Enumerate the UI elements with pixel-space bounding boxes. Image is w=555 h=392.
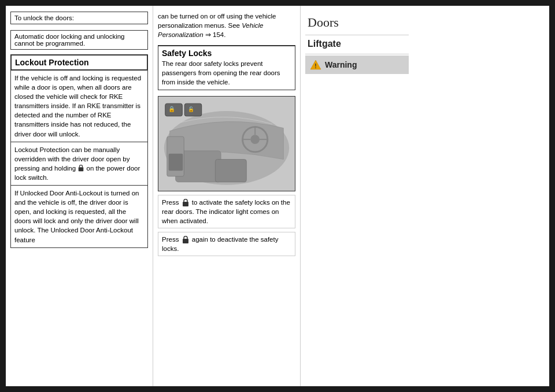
warning-triangle-icon: ! bbox=[310, 59, 321, 71]
unlock-text: To unlock the doors: bbox=[14, 14, 74, 21]
lockout-title: Lockout Protection bbox=[15, 58, 89, 67]
svg-rect-15 bbox=[215, 159, 246, 182]
left-column: To unlock the doors: Automatic door lock… bbox=[6, 6, 153, 386]
car-interior-svg: 🔒 🔓 bbox=[158, 97, 295, 191]
content-area: To unlock the doors: Automatic door lock… bbox=[6, 6, 549, 386]
svg-rect-16 bbox=[183, 202, 188, 206]
auto-lock-box: Automatic door locking and unlocking can… bbox=[10, 30, 148, 50]
safety-locks-title: Safety Locks bbox=[162, 49, 291, 58]
lock-icon bbox=[77, 165, 84, 172]
svg-text:🔓: 🔓 bbox=[188, 106, 195, 113]
svg-rect-0 bbox=[79, 167, 84, 171]
lockout-main-text: If the vehicle is off and locking is req… bbox=[14, 75, 141, 138]
auto-lock-text: Automatic door locking and unlocking can… bbox=[14, 33, 125, 47]
lock-activate-icon bbox=[182, 199, 189, 207]
doors-header: Doors bbox=[305, 12, 409, 35]
doors-title: Doors bbox=[308, 15, 339, 29]
safety-locks-box: Safety Locks The rear door safety locks … bbox=[158, 45, 295, 90]
mid-column: can be turned on or off using the vehicl… bbox=[153, 6, 301, 386]
press-activate-box: Press to activate the safety locks on th… bbox=[158, 195, 295, 228]
mid-top-text: can be turned on or off using the vehicl… bbox=[158, 12, 295, 39]
warning-box: ! Warning bbox=[305, 56, 409, 74]
svg-text:🔒: 🔒 bbox=[168, 105, 176, 113]
safety-locks-text: The rear door safety locks prevent passe… bbox=[162, 59, 291, 87]
car-image: 🔒 🔓 bbox=[158, 97, 295, 191]
lockout-anti-text: If Unlocked Door Anti-Lockout is turned … bbox=[14, 190, 139, 243]
lock-deactivate-icon bbox=[182, 236, 189, 244]
svg-point-7 bbox=[250, 135, 260, 144]
lockout-override-text: Lockout Protection can be manually overr… bbox=[14, 146, 140, 181]
car-image-box: 🔒 🔓 bbox=[158, 96, 295, 191]
lockout-main-text-box: If the vehicle is off and locking is req… bbox=[10, 71, 148, 142]
svg-rect-5 bbox=[169, 153, 183, 170]
right-column: Doors Liftgate ! Warning bbox=[301, 6, 413, 386]
lockout-anti-box: If Unlocked Door Anti-Lockout is turned … bbox=[10, 186, 148, 248]
liftgate-header: Liftgate bbox=[305, 35, 409, 54]
svg-text:!: ! bbox=[314, 63, 316, 69]
lockout-title-box: Lockout Protection bbox=[10, 54, 148, 71]
warning-label: Warning bbox=[325, 60, 357, 69]
liftgate-title: Liftgate bbox=[308, 39, 341, 49]
svg-rect-17 bbox=[183, 239, 188, 243]
page-container: To unlock the doors: Automatic door lock… bbox=[0, 0, 555, 392]
unlock-box: To unlock the doors: bbox=[10, 12, 148, 24]
press-deactivate-box: Press again to deactivate the safety loc… bbox=[158, 232, 295, 256]
lockout-override-box: Lockout Protection can be manually overr… bbox=[10, 142, 148, 186]
